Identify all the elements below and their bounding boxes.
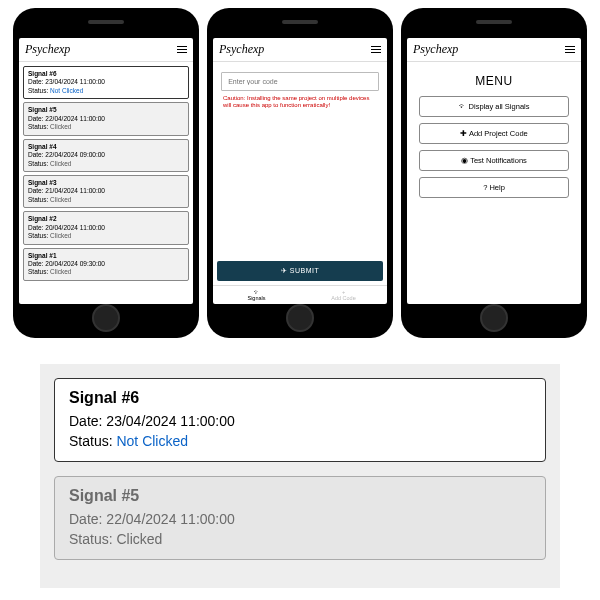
phone-menu: Psychexp MENU ᯤ Display all Signals ✚ Ad…: [401, 8, 587, 338]
signal-date: Date: 23/04/2024 11:00:00: [28, 78, 184, 86]
menu-title: MENU: [411, 74, 577, 88]
signal-card[interactable]: Signal #2Date: 20/04/2024 11:00:00Status…: [23, 211, 189, 244]
signal-date: Date: 22/04/2024 09:00:00: [28, 151, 184, 159]
signal-title: Signal #1: [28, 252, 184, 260]
question-icon: ?: [483, 183, 487, 192]
detail-card-6[interactable]: Signal #6 Date: 23/04/2024 11:00:00 Stat…: [54, 378, 546, 462]
signal-title: Signal #5: [69, 487, 531, 505]
detail-card-5[interactable]: Signal #5 Date: 22/04/2024 11:00:00 Stat…: [54, 476, 546, 560]
app-bar: Psychexp: [213, 38, 387, 62]
signal-title: Signal #4: [28, 143, 184, 151]
hamburger-icon[interactable]: [565, 46, 575, 54]
hamburger-icon[interactable]: [371, 46, 381, 54]
wifi-icon: ᯤ: [459, 102, 467, 111]
signal-card[interactable]: Signal #4Date: 22/04/2024 09:00:00Status…: [23, 139, 189, 172]
signal-status: Status: Clicked: [28, 160, 184, 168]
app-title: Psychexp: [25, 42, 70, 57]
menu-help[interactable]: ? Help: [419, 177, 569, 198]
signal-date: Date: 20/04/2024 11:00:00: [28, 224, 184, 232]
signal-status: Status: Clicked: [28, 232, 184, 240]
signal-status: Status: Clicked: [28, 268, 184, 276]
phone-addcode: Psychexp Caution: Installing the same pr…: [207, 8, 393, 338]
bell-icon: ◉: [461, 156, 468, 165]
hamburger-icon[interactable]: [177, 46, 187, 54]
signal-status: Status: Clicked: [28, 196, 184, 204]
signal-title: Signal #6: [28, 70, 184, 78]
menu-add-code[interactable]: ✚ Add Project Code: [419, 123, 569, 144]
signal-status: Status: Not Clicked: [28, 87, 184, 95]
signal-title: Signal #3: [28, 179, 184, 187]
app-title: Psychexp: [413, 42, 458, 57]
signal-date: Date: 23/04/2024 11:00:00: [69, 413, 531, 429]
signal-date: Date: 20/04/2024 09:30:00: [28, 260, 184, 268]
menu-display-signals[interactable]: ᯤ Display all Signals: [419, 96, 569, 117]
plus-icon: ✚: [460, 129, 467, 138]
signal-title: Signal #6: [69, 389, 531, 407]
signals-list: Signal #6Date: 23/04/2024 11:00:00Status…: [19, 62, 193, 304]
code-input[interactable]: [221, 72, 379, 91]
detail-panel: Signal #6 Date: 23/04/2024 11:00:00 Stat…: [40, 364, 560, 588]
tab-addcode[interactable]: + Add Code: [300, 286, 387, 304]
signal-title: Signal #5: [28, 106, 184, 114]
signal-card[interactable]: Signal #1Date: 20/04/2024 09:30:00Status…: [23, 248, 189, 281]
signal-status: Status: Clicked: [69, 531, 531, 547]
caution-text: Caution: Installing the same project on …: [217, 95, 383, 109]
signal-card[interactable]: Signal #3Date: 21/04/2024 11:00:00Status…: [23, 175, 189, 208]
signal-date: Date: 21/04/2024 11:00:00: [28, 187, 184, 195]
signal-date: Date: 22/04/2024 11:00:00: [69, 511, 531, 527]
app-bar: Psychexp: [407, 38, 581, 62]
phone-signals: Psychexp Signal #6Date: 23/04/2024 11:00…: [13, 8, 199, 338]
menu-test-notifications[interactable]: ◉ Test Notifications: [419, 150, 569, 171]
signal-status: Status: Not Clicked: [69, 433, 531, 449]
tab-bar: ᯤ Signals + Add Code: [213, 285, 387, 304]
signal-card[interactable]: Signal #5Date: 22/04/2024 11:00:00Status…: [23, 102, 189, 135]
signal-title: Signal #2: [28, 215, 184, 223]
tab-signals[interactable]: ᯤ Signals: [213, 286, 300, 304]
signal-date: Date: 22/04/2024 11:00:00: [28, 115, 184, 123]
app-bar: Psychexp: [19, 38, 193, 62]
submit-button[interactable]: SUBMIT: [217, 261, 383, 281]
signal-card[interactable]: Signal #6Date: 23/04/2024 11:00:00Status…: [23, 66, 189, 99]
signal-status: Status: Clicked: [28, 123, 184, 131]
app-title: Psychexp: [219, 42, 264, 57]
